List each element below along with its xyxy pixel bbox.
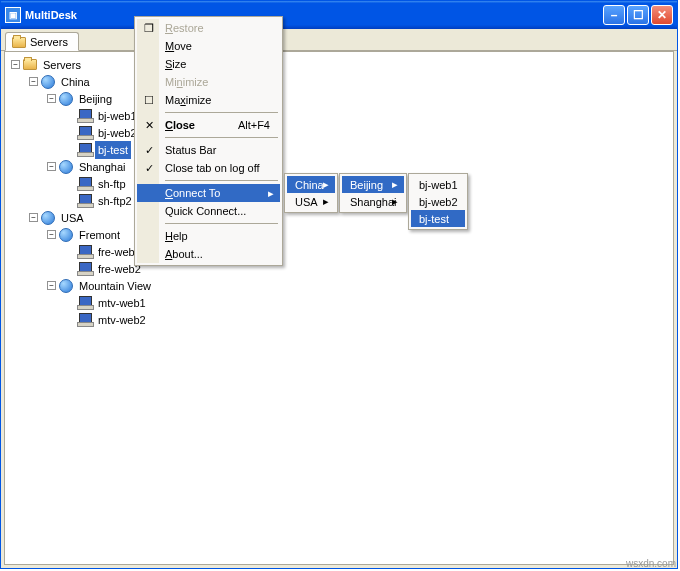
collapse-icon[interactable]: − [47,230,56,239]
context-menu: ❐Restore Move Size Minimize ☐Maximize ✕C… [134,16,283,266]
submenu-china[interactable]: China▸ [287,176,335,193]
computer-icon [77,296,92,310]
check-icon: ✓ [142,144,156,157]
client-area: −Servers −China −Beijing bj-web1 bj-web2… [4,51,674,565]
close-icon: ✕ [142,119,156,132]
computer-icon [77,313,92,327]
collapse-icon[interactable]: − [47,281,56,290]
titlebar[interactable]: ▣ MultiDesk – ☐ ✕ [1,1,677,29]
submenu-bj-test[interactable]: bj-test [411,210,465,227]
menu-separator [165,112,278,113]
computer-icon [77,126,92,140]
globe-icon [41,75,55,89]
menu-separator [165,137,278,138]
computer-icon [77,194,92,208]
tab-label: Servers [30,36,68,48]
collapse-icon[interactable]: − [29,77,38,86]
menu-minimize[interactable]: Minimize [137,73,280,91]
restore-icon: ❐ [142,22,156,35]
globe-icon [59,228,73,242]
submenu-countries: China▸ USA▸ [284,173,338,213]
computer-icon [77,177,92,191]
close-button[interactable]: ✕ [651,5,673,25]
submenu-bj-web2[interactable]: bj-web2 [411,193,465,210]
submenu-arrow-icon: ▸ [323,195,329,208]
collapse-icon[interactable]: − [29,213,38,222]
tree-leaf-mtv-web1[interactable]: mtv-web1 [65,294,671,311]
menu-help[interactable]: Help [137,227,280,245]
app-icon: ▣ [5,7,21,23]
folder-icon [23,59,37,70]
submenu-beijing[interactable]: Beijing▸ [342,176,404,193]
collapse-icon[interactable]: − [47,162,56,171]
app-window: ▣ MultiDesk – ☐ ✕ Servers −Servers −Chin… [0,0,678,569]
submenu-shanghai[interactable]: Shanghai▸ [342,193,404,210]
tree-root[interactable]: −Servers [11,56,671,73]
computer-icon [77,262,92,276]
submenu-servers: bj-web1 bj-web2 bj-test [408,173,468,230]
menu-close-tab-logoff[interactable]: ✓Close tab on log off [137,159,280,177]
globe-icon [59,160,73,174]
globe-icon [59,92,73,106]
submenu-bj-web1[interactable]: bj-web1 [411,176,465,193]
menu-status-bar[interactable]: ✓Status Bar [137,141,280,159]
menu-about[interactable]: About... [137,245,280,263]
folder-icon [12,37,26,48]
submenu-arrow-icon: ▸ [392,178,398,191]
computer-icon [77,245,92,259]
watermark: wsxdn.com [626,558,676,569]
computer-icon [77,143,92,157]
check-icon: ✓ [142,162,156,175]
tree-node-china[interactable]: −China [29,73,671,90]
tab-bar: Servers [1,29,677,51]
globe-icon [41,211,55,225]
maximize-icon: ☐ [142,94,156,107]
menu-restore[interactable]: ❐Restore [137,19,280,37]
menu-maximize[interactable]: ☐Maximize [137,91,280,109]
menu-close[interactable]: ✕CloseAlt+F4 [137,116,280,134]
submenu-arrow-icon: ▸ [268,187,274,200]
window-title: MultiDesk [25,9,603,21]
submenu-usa[interactable]: USA▸ [287,193,335,210]
menu-connect-to[interactable]: Connect To▸ [137,184,280,202]
tree-node-mountain-view[interactable]: −Mountain View [47,277,671,294]
collapse-icon[interactable]: − [11,60,20,69]
submenu-arrow-icon: ▸ [392,195,398,208]
computer-icon [77,109,92,123]
menu-size[interactable]: Size [137,55,280,73]
maximize-button[interactable]: ☐ [627,5,649,25]
menu-separator [165,180,278,181]
collapse-icon[interactable]: − [47,94,56,103]
tree-leaf-mtv-web2[interactable]: mtv-web2 [65,311,671,328]
minimize-button[interactable]: – [603,5,625,25]
tab-servers[interactable]: Servers [5,32,79,51]
menu-quick-connect[interactable]: Quick Connect... [137,202,280,220]
globe-icon [59,279,73,293]
menu-move[interactable]: Move [137,37,280,55]
submenu-cities: Beijing▸ Shanghai▸ [339,173,407,213]
submenu-arrow-icon: ▸ [323,178,329,191]
menu-separator [165,223,278,224]
